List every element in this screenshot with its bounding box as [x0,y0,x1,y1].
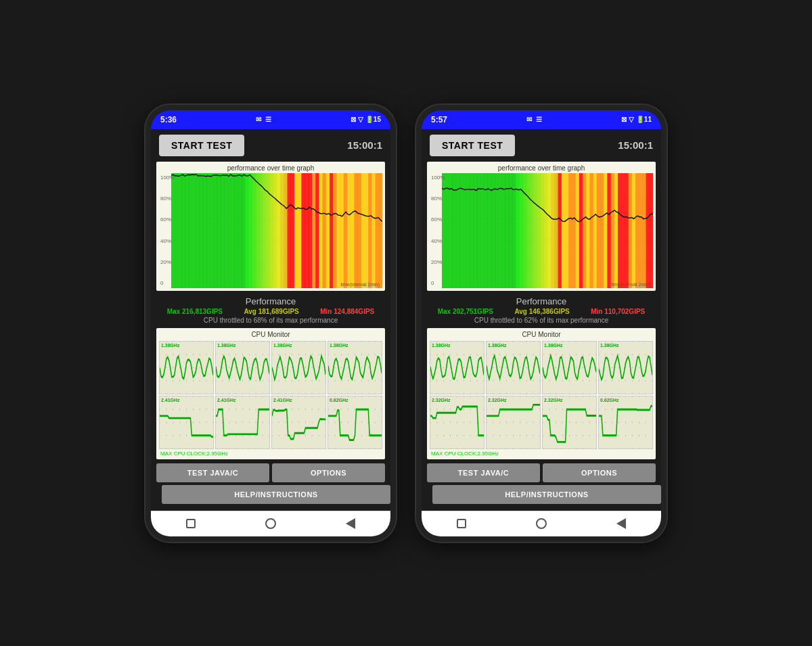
bottom-buttons: TEST JAVA/COPTIONS [422,463,661,485]
start-test-button[interactable]: START TEST [430,135,515,156]
cpu-freq-label: 2.41GHz [273,398,292,402]
svg-point-523 [470,354,471,355]
svg-point-755 [533,434,534,436]
svg-point-211 [341,342,342,342]
svg-point-747 [526,396,527,397]
svg-point-143 [256,367,256,368]
svg-rect-10 [185,173,189,288]
svg-point-554 [506,367,507,368]
graph-y-labels: 100%80%60%40%20%0 [159,173,175,288]
svg-point-772 [556,396,556,397]
test-java-button[interactable]: TEST JAVA/C [427,463,540,482]
svg-rect-477 [600,173,604,288]
svg-point-134 [242,379,243,381]
svg-point-547 [499,342,500,342]
svg-point-181 [305,342,306,342]
svg-point-400 [348,448,348,448]
svg-point-256 [173,396,173,397]
cpu-freq-label: 2.41GHz [161,398,180,402]
help-instructions-button[interactable]: HELP/INSTRUCTIONS [162,485,390,504]
svg-point-727 [499,396,500,397]
svg-point-349 [285,434,286,436]
svg-rect-50 [326,173,330,288]
options-button[interactable]: OPTIONS [272,463,385,482]
cpu-monitor-title: CPU Monitor [430,331,653,338]
svg-point-415 [368,448,369,448]
svg-rect-12 [192,173,196,288]
svg-rect-467 [565,173,569,288]
cpu-cell: 1.38GHz [328,341,382,394]
svg-point-845 [646,434,646,436]
graph-title: performance over time graph [430,164,653,172]
svg-point-176 [298,342,299,342]
nav-square-button[interactable] [183,516,198,531]
svg-point-677 [436,396,437,397]
svg-point-92 [193,354,194,355]
cpu-cell: 1.38GHz [159,341,214,394]
svg-rect-485 [629,173,633,288]
svg-point-310 [235,448,236,448]
svg-point-568 [526,354,527,355]
svg-point-269 [186,434,187,436]
svg-point-697 [464,396,464,397]
options-button[interactable]: OPTIONS [543,463,656,482]
svg-point-792 [583,396,583,397]
svg-rect-473 [586,173,590,288]
svg-point-618 [589,354,590,355]
start-test-button[interactable]: START TEST [159,135,244,156]
svg-point-707 [477,396,478,397]
svg-point-563 [520,354,520,355]
svg-point-632 [605,342,606,342]
svg-point-101 [206,342,207,342]
svg-point-302 [229,409,229,410]
perf-stat-min: Min 124,884GIPS [320,308,374,315]
svg-point-391 [341,396,342,397]
svg-point-822 [618,396,619,397]
svg-point-603 [569,354,570,355]
svg-point-614 [583,367,583,368]
perf-stat-max: Max 202,751GIPS [438,308,493,315]
svg-point-505 [443,379,444,381]
cpu-freq-label: 2.32GHz [432,398,451,402]
svg-rect-460 [541,173,545,288]
svg-point-77 [173,354,173,355]
help-instructions-button[interactable]: HELP/INSTRUCTIONS [432,485,661,504]
svg-point-213 [341,367,342,368]
svg-point-782 [569,396,570,397]
svg-point-504 [443,367,444,368]
svg-point-410 [361,448,362,448]
svg-point-637 [612,342,612,342]
svg-point-359 [298,434,299,436]
nav-home-button[interactable] [534,516,549,531]
test-java-button[interactable]: TEST JAVA/C [156,463,269,482]
svg-point-571 [526,393,527,394]
nav-home-button[interactable] [263,516,278,531]
svg-point-354 [292,434,292,436]
svg-point-598 [562,354,563,355]
svg-rect-39 [288,173,292,288]
perf-stat-avg: Avg 181,689GIPS [244,308,298,315]
cpu-freq-label: 0.82GHz [600,398,619,402]
svg-point-355 [292,448,292,448]
nav-back-button[interactable] [343,516,358,531]
svg-rect-49 [323,173,327,288]
svg-point-525 [470,379,471,381]
svg-point-145 [256,393,256,394]
svg-point-184 [305,379,306,381]
svg-point-724 [493,421,493,423]
svg-point-398 [348,421,348,423]
svg-point-679 [436,421,437,423]
svg-rect-28 [248,173,252,288]
svg-point-405 [355,448,355,448]
nav-square-button[interactable] [454,516,469,531]
svg-point-516 [457,393,457,394]
svg-point-271 [193,396,194,397]
svg-point-519 [464,367,464,368]
svg-point-370 [312,448,313,448]
svg-point-270 [186,448,187,448]
nav-back-button[interactable] [614,516,629,531]
svg-point-186 [312,342,313,342]
svg-point-730 [499,434,500,436]
svg-point-236 [375,342,376,342]
svg-point-164 [278,379,279,381]
